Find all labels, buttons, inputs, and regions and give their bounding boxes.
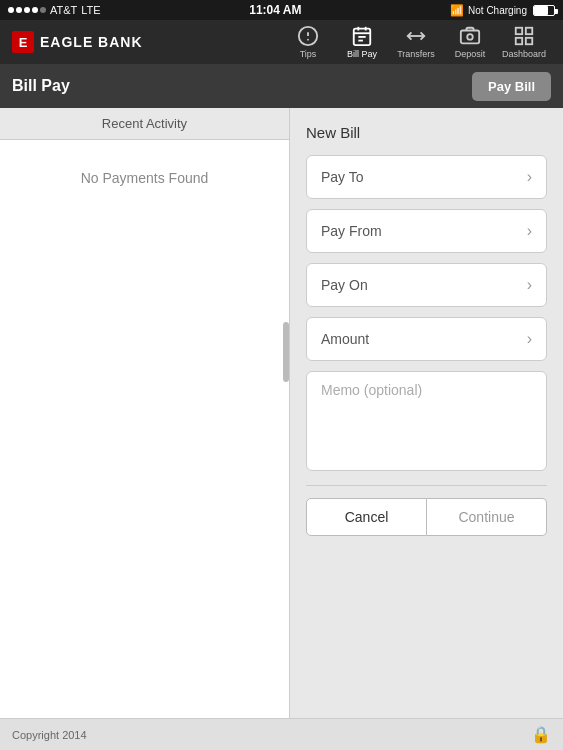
svg-rect-10 bbox=[461, 31, 479, 44]
copyright-text: Copyright 2014 bbox=[12, 729, 87, 741]
svg-rect-14 bbox=[516, 38, 522, 44]
footer: Copyright 2014 🔒 bbox=[0, 718, 563, 750]
carrier-label: AT&T bbox=[50, 4, 77, 16]
eagle-bank-logo-icon: E bbox=[12, 31, 34, 53]
pay-from-label: Pay From bbox=[321, 223, 382, 239]
deposit-label: Deposit bbox=[455, 49, 486, 59]
page-title: Bill Pay bbox=[12, 77, 70, 95]
pay-from-chevron-icon: › bbox=[527, 222, 532, 240]
status-bar: AT&T LTE 11:04 AM 📶 Not Charging bbox=[0, 0, 563, 20]
pay-to-label: Pay To bbox=[321, 169, 364, 185]
svg-point-11 bbox=[467, 34, 473, 40]
scroll-indicator[interactable] bbox=[283, 322, 289, 382]
left-panel: Recent Activity No Payments Found bbox=[0, 108, 290, 718]
nav-tips[interactable]: Tips bbox=[281, 20, 335, 64]
memo-field[interactable]: Memo (optional) bbox=[306, 371, 547, 471]
bluetooth-icon: 📶 bbox=[450, 4, 464, 17]
amount-chevron-icon: › bbox=[527, 330, 532, 348]
amount-field[interactable]: Amount › bbox=[306, 317, 547, 361]
transfers-icon bbox=[405, 25, 427, 47]
nav-bar: E EAGLE BANK Tips Bill Pay Transfers bbox=[0, 20, 563, 64]
lock-icon[interactable]: 🔒 bbox=[531, 725, 551, 744]
nav-deposit[interactable]: Deposit bbox=[443, 20, 497, 64]
amount-label: Amount bbox=[321, 331, 369, 347]
nav-icons: Tips Bill Pay Transfers Deposit bbox=[281, 20, 551, 64]
pay-to-field[interactable]: Pay To › bbox=[306, 155, 547, 199]
dashboard-label: Dashboard bbox=[502, 49, 546, 59]
recent-activity-header: Recent Activity bbox=[0, 108, 289, 140]
header-bar: Bill Pay Pay Bill bbox=[0, 64, 563, 108]
memo-placeholder: Memo (optional) bbox=[321, 382, 422, 398]
nav-transfers[interactable]: Transfers bbox=[389, 20, 443, 64]
pay-on-chevron-icon: › bbox=[527, 276, 532, 294]
nav-billpay[interactable]: Bill Pay bbox=[335, 20, 389, 64]
deposit-icon bbox=[459, 25, 481, 47]
logo-area: E EAGLE BANK bbox=[12, 31, 143, 53]
pay-on-label: Pay On bbox=[321, 277, 368, 293]
svg-rect-12 bbox=[516, 28, 522, 34]
signal-dots bbox=[8, 7, 46, 13]
network-label: LTE bbox=[81, 4, 100, 16]
main-content: Recent Activity No Payments Found New Bi… bbox=[0, 108, 563, 718]
svg-rect-15 bbox=[526, 38, 532, 44]
cancel-button[interactable]: Cancel bbox=[306, 498, 427, 536]
no-payments-message: No Payments Found bbox=[0, 170, 289, 186]
pay-bill-button[interactable]: Pay Bill bbox=[472, 72, 551, 101]
nav-dashboard[interactable]: Dashboard bbox=[497, 20, 551, 64]
divider bbox=[306, 485, 547, 486]
billpay-icon bbox=[351, 25, 373, 47]
status-left: AT&T LTE bbox=[8, 4, 101, 16]
continue-button[interactable]: Continue bbox=[427, 498, 547, 536]
not-charging-label: Not Charging bbox=[468, 5, 527, 16]
tips-label: Tips bbox=[300, 49, 317, 59]
form-buttons: Cancel Continue bbox=[306, 498, 547, 536]
right-panel: New Bill Pay To › Pay From › Pay On › Am… bbox=[290, 108, 563, 718]
tips-icon bbox=[297, 25, 319, 47]
dashboard-icon bbox=[513, 25, 535, 47]
battery-icon bbox=[533, 5, 555, 16]
svg-rect-13 bbox=[526, 28, 532, 34]
status-time: 11:04 AM bbox=[249, 3, 301, 17]
svg-point-2 bbox=[307, 39, 309, 41]
new-bill-title: New Bill bbox=[306, 124, 547, 141]
pay-on-field[interactable]: Pay On › bbox=[306, 263, 547, 307]
status-right: 📶 Not Charging bbox=[450, 4, 555, 17]
transfers-label: Transfers bbox=[397, 49, 435, 59]
billpay-label: Bill Pay bbox=[347, 49, 377, 59]
eagle-bank-logo-text: EAGLE BANK bbox=[40, 34, 143, 50]
pay-to-chevron-icon: › bbox=[527, 168, 532, 186]
pay-from-field[interactable]: Pay From › bbox=[306, 209, 547, 253]
